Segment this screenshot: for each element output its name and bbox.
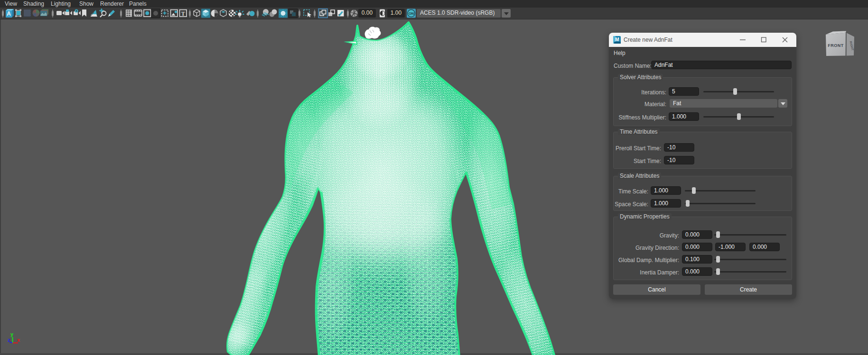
svg-text:z: z (8, 337, 10, 343)
svg-text:T: T (181, 10, 185, 17)
svg-text:M: M (615, 37, 619, 42)
svg-text:ON: ON (409, 11, 414, 16)
svg-text:A: A (7, 10, 11, 17)
svg-text:x: x (17, 337, 20, 343)
svg-text:FRONT: FRONT (828, 43, 844, 48)
svg-text:y: y (10, 331, 14, 337)
